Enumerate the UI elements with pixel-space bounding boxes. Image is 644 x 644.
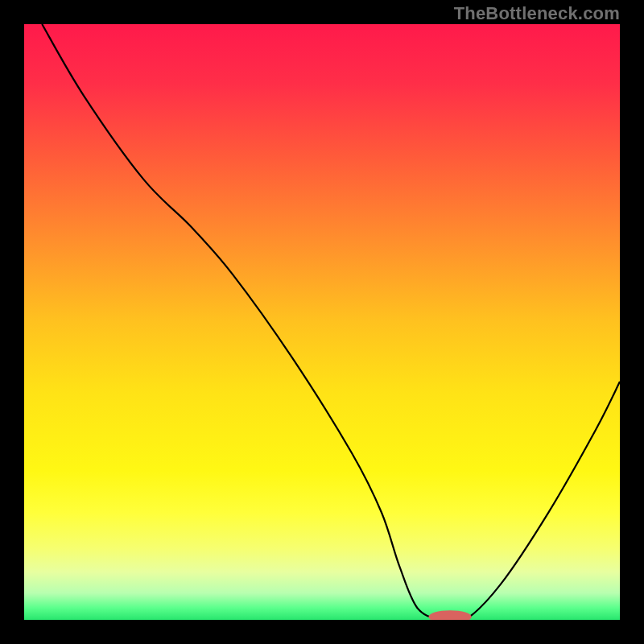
bottleneck-chart bbox=[24, 24, 620, 620]
plot-area bbox=[24, 24, 620, 620]
chart-frame: TheBottleneck.com bbox=[0, 0, 644, 644]
gradient-background bbox=[24, 24, 620, 620]
watermark-text: TheBottleneck.com bbox=[454, 3, 620, 24]
